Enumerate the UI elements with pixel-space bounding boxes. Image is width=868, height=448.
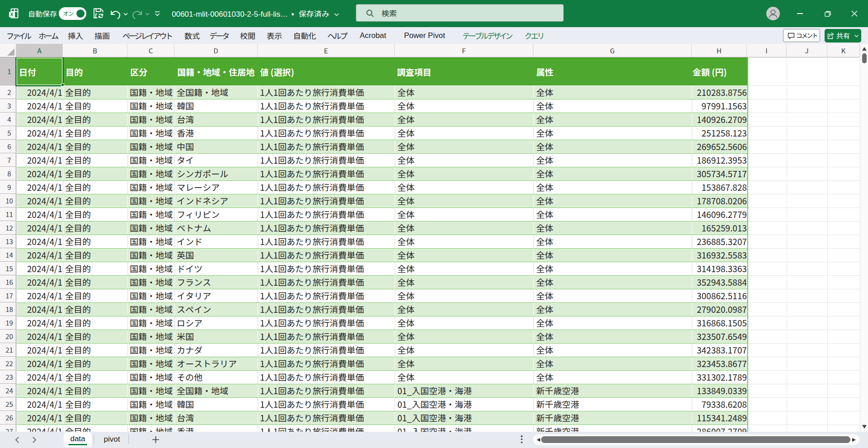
svg-text:X: X xyxy=(10,12,13,17)
